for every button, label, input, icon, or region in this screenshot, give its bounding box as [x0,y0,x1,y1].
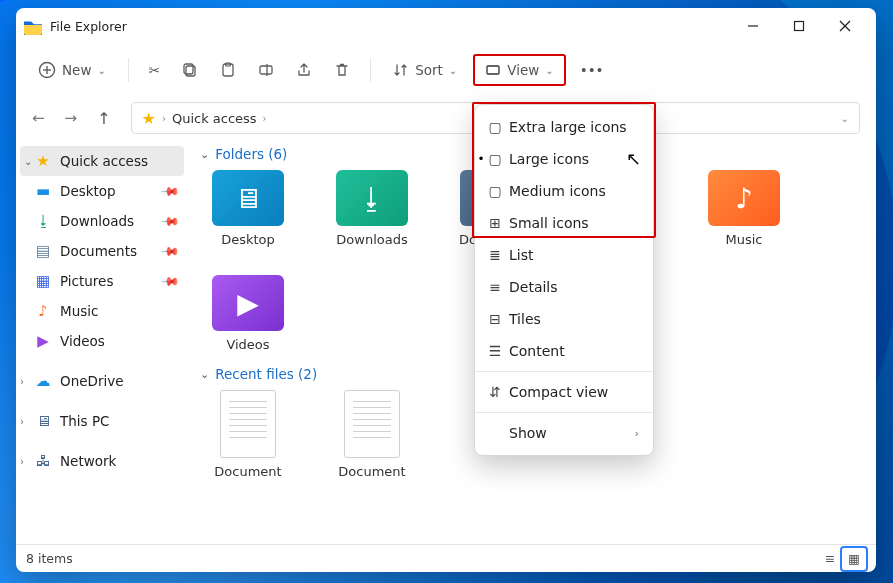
forward-button[interactable]: → [65,109,78,127]
sidebar-item-label: Network [60,453,116,469]
folder-tile-videos[interactable]: ▶ Videos [200,275,296,352]
view-icon [485,62,501,78]
nav-row: ← → ↑ ★ › Quick access › ⌄ Search Quick … [16,96,876,140]
details-icon: ≡ [487,279,503,295]
tile-label: Document [214,464,281,479]
sidebar-item-label: Documents [60,243,137,259]
view-label: View [507,62,539,78]
menu-item-content[interactable]: ☰ Content [475,335,653,367]
chevron-right-icon: › [20,416,24,427]
tile-label: Videos [226,337,269,352]
sort-button[interactable]: Sort ⌄ [383,56,467,84]
tile-label: Document [338,464,405,479]
music-icon: ♪ [34,302,52,320]
window-title: File Explorer [50,19,127,34]
sidebar-item-quick-access[interactable]: ⌄ ★ Quick access [20,146,184,176]
menu-item-label: Small icons [509,215,589,231]
file-tile-document[interactable]: Document [200,390,296,479]
screen-icon: ▢ [487,183,503,199]
menu-item-label: Show [509,425,547,441]
menu-item-label: Large icons [509,151,589,167]
clipboard-icon [220,62,236,78]
scissors-icon: ✂ [149,62,160,78]
tile-label: Music [726,232,763,247]
new-button[interactable]: New ⌄ [28,55,116,85]
details-view-button[interactable]: ≡ [818,548,842,570]
sidebar-item-onedrive[interactable]: › ☁ OneDrive [16,366,188,396]
copy-icon [182,62,198,78]
copy-button[interactable] [174,56,206,84]
chevron-down-icon: ⌄ [200,148,209,161]
menu-item-details[interactable]: ≡ Details [475,271,653,303]
sidebar-item-label: Music [60,303,98,319]
folders-header-label: Folders (6) [215,146,287,162]
up-button[interactable]: ↑ [97,109,110,128]
folder-tile-desktop[interactable]: 🖥 Desktop [200,170,296,247]
menu-separator [475,412,653,413]
sidebar-item-desktop[interactable]: ▬ Desktop 📌 [16,176,188,206]
menu-item-label: List [509,247,533,263]
cut-button[interactable]: ✂ [141,56,168,84]
menu-item-compact-view[interactable]: ⇵ Compact view [475,376,653,408]
chevron-down-icon: ⌄ [449,65,457,76]
sidebar-item-videos[interactable]: ▶ Videos [16,326,188,356]
sort-icon [393,62,409,78]
chevron-down-icon[interactable]: ⌄ [841,113,849,124]
close-button[interactable] [822,10,868,42]
tiles-icon: ⊟ [487,311,503,327]
pin-icon: 📌 [160,181,181,202]
tile-label: Desktop [221,232,275,247]
network-icon: 🖧 [34,452,52,470]
svg-rect-1 [795,22,804,31]
plus-circle-icon [38,61,56,79]
large-icons-view-button[interactable]: ▦ [842,548,866,570]
menu-separator [475,371,653,372]
sidebar-item-music[interactable]: ♪ Music [16,296,188,326]
menu-item-label: Details [509,279,558,295]
more-button[interactable]: ••• [572,56,612,84]
cloud-icon: ☁ [34,372,52,390]
item-count: 8 items [26,551,73,566]
maximize-button[interactable] [776,10,822,42]
rename-button[interactable] [250,56,282,84]
menu-item-show[interactable]: Show › [475,417,653,449]
menu-item-medium-icons[interactable]: ▢ Medium icons [475,175,653,207]
sidebar-item-documents[interactable]: ▤ Documents 📌 [16,236,188,266]
chevron-down-icon: ⌄ [24,156,32,167]
menu-item-label: Tiles [509,311,541,327]
chevron-right-icon: › [20,376,24,387]
folder-tile-music[interactable]: ♪ Music [696,170,792,247]
divider [128,58,129,82]
sidebar-item-downloads[interactable]: ⭳ Downloads 📌 [16,206,188,236]
grid-icon: ⊞ [487,215,503,231]
minimize-button[interactable] [730,10,776,42]
menu-item-label: Compact view [509,384,608,400]
back-button[interactable]: ← [32,109,45,127]
menu-item-tiles[interactable]: ⊟ Tiles [475,303,653,335]
view-button[interactable]: View ⌄ [473,54,565,86]
sort-label: Sort [415,62,443,78]
ellipsis-icon: ••• [580,62,604,78]
video-icon: ▶ [212,275,284,331]
tile-label: Downloads [336,232,407,247]
desktop-icon: 🖥 [212,170,284,226]
sidebar-item-network[interactable]: › 🖧 Network [16,446,188,476]
menu-item-large-icons[interactable]: • ▢ Large icons [475,143,653,175]
file-tile-document[interactable]: Document [324,390,420,479]
sidebar-item-pictures[interactable]: ▦ Pictures 📌 [16,266,188,296]
menu-item-small-icons[interactable]: ⊞ Small icons [475,207,653,239]
folder-tile-downloads[interactable]: ⭳ Downloads [324,170,420,247]
compact-icon: ⇵ [487,384,503,400]
sidebar-item-label: Videos [60,333,105,349]
breadcrumb-root: Quick access [172,111,257,126]
paste-button[interactable] [212,56,244,84]
delete-button[interactable] [326,56,358,84]
recent-header-label: Recent files (2) [215,366,317,382]
share-button[interactable] [288,56,320,84]
bullet-icon: • [474,152,488,166]
pin-icon: 📌 [160,271,181,292]
picture-icon: ▦ [34,272,52,290]
menu-item-list[interactable]: ≣ List [475,239,653,271]
menu-item-extra-large-icons[interactable]: ▢ Extra large icons [475,111,653,143]
sidebar-item-this-pc[interactable]: › 🖥 This PC [16,406,188,436]
